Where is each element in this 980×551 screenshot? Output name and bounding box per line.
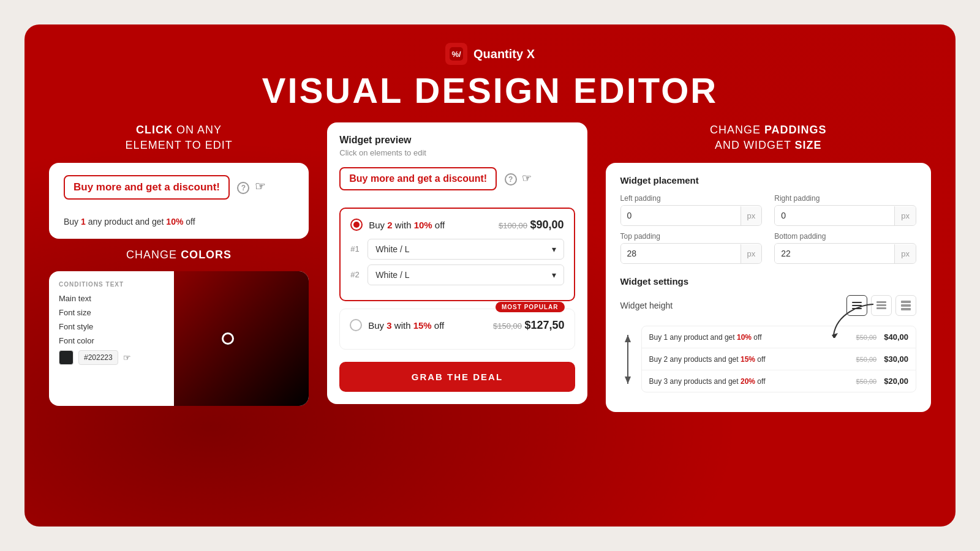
left-padding-input[interactable] bbox=[621, 206, 741, 225]
header: %/ Quantity X VISUAL DESIGN EDITOR bbox=[49, 43, 931, 110]
dropdown-row-2: #2 White / L ▾ bbox=[350, 264, 564, 285]
offer-1-radio[interactable] bbox=[350, 219, 363, 231]
main-title: VISUAL DESIGN EDITOR bbox=[262, 71, 718, 110]
offer-1-row: Buy 2 with 10% off $100,00 $90,00 bbox=[350, 219, 564, 231]
resize-arrow-indicator bbox=[620, 335, 635, 384]
bottom-padding-input-row: px bbox=[774, 243, 916, 264]
left-padding-field: Left padding px bbox=[620, 194, 763, 226]
chevron-down-icon-1: ▾ bbox=[552, 244, 556, 254]
main-text-label: Main text bbox=[59, 294, 164, 303]
price-row-3-old: $50,00 bbox=[856, 378, 877, 385]
conditions-text-label: CONDITIONS TEXT bbox=[59, 281, 164, 288]
dropdown-row-1: #1 White / L ▾ bbox=[350, 239, 564, 260]
widget-height-row: Widget height bbox=[620, 295, 916, 316]
offer-2-radio[interactable] bbox=[350, 319, 362, 331]
hex-input[interactable]: #202223 bbox=[78, 350, 118, 365]
price-row-3-discount: 20% bbox=[741, 377, 755, 386]
offer-box-2[interactable]: MOST POPULAR Buy 3 with 15% off $150,00 … bbox=[339, 309, 575, 350]
click-card: Buy more and get a discount! ? ☞ Buy 1 a… bbox=[49, 163, 309, 239]
color-picker-gradient[interactable] bbox=[174, 271, 309, 406]
left-padding-input-row: px bbox=[620, 205, 763, 226]
svg-rect-2 bbox=[852, 302, 862, 303]
colors-section-header: CHANGE COLORS bbox=[49, 249, 309, 261]
price-row-1-text: Buy 1 any product and get 10% off bbox=[649, 333, 851, 342]
col-right: CHANGE PADDINGSAND WIDGET SIZE Widget pl… bbox=[606, 122, 931, 412]
offer-2-discount: 15% bbox=[413, 320, 432, 331]
logo-text: Quantity X bbox=[473, 47, 535, 61]
top-padding-input[interactable] bbox=[621, 244, 741, 263]
color-swatch[interactable] bbox=[59, 350, 74, 365]
col-left: CLICK ON ANYELEMENT TO EDIT Buy more and… bbox=[49, 122, 309, 406]
svg-text:%/: %/ bbox=[451, 50, 461, 59]
price-row-1-discount: 10% bbox=[737, 333, 752, 342]
color-card: CONDITIONS TEXT Main text Font size Font… bbox=[49, 271, 309, 406]
right-padding-input-row: px bbox=[774, 205, 916, 226]
widget-banner[interactable]: Buy more and get a discount! bbox=[339, 167, 497, 190]
height-icon-list-2[interactable] bbox=[871, 295, 892, 316]
offer-1-old-price: $100,00 bbox=[499, 221, 527, 230]
svg-marker-12 bbox=[625, 335, 631, 342]
offer-1-prices: $100,00 $90,00 bbox=[499, 219, 564, 231]
dropdown-1-value: White / L bbox=[375, 244, 409, 254]
right-col-header: CHANGE PADDINGSAND WIDGET SIZE bbox=[606, 122, 931, 153]
help-icon[interactable]: ? bbox=[237, 182, 249, 194]
widget-preview-card: Widget preview Click on elements to edit… bbox=[327, 122, 587, 404]
cursor-icon: ☞ bbox=[123, 353, 131, 362]
price-row-2-discount: 15% bbox=[741, 355, 755, 364]
dropdown-2[interactable]: White / L ▾ bbox=[368, 264, 564, 285]
dropdown-2-label: #2 bbox=[350, 270, 363, 279]
price-row-1-old: $50,00 bbox=[856, 334, 877, 341]
svg-rect-3 bbox=[852, 305, 862, 306]
widget-help-icon[interactable]: ? bbox=[505, 173, 517, 186]
font-style-label: Font style bbox=[59, 322, 164, 331]
svg-rect-4 bbox=[852, 308, 862, 309]
padding-grid: Left padding px Right padding px bbox=[620, 194, 916, 264]
offer-2-qty: 3 bbox=[386, 320, 391, 331]
qty-highlight: 1 bbox=[81, 217, 86, 227]
font-color-label: Font color bbox=[59, 336, 164, 345]
widget-settings-title: Widget settings bbox=[620, 276, 916, 287]
widget-preview-title: Widget preview bbox=[339, 135, 575, 146]
bottom-padding-label: Bottom padding bbox=[774, 232, 916, 241]
height-icon-list-3[interactable] bbox=[895, 295, 916, 316]
svg-rect-8 bbox=[901, 301, 911, 303]
dropdown-1[interactable]: White / L ▾ bbox=[368, 239, 564, 260]
height-icon-list-1[interactable] bbox=[846, 295, 867, 316]
price-row-1-new: $40,00 bbox=[884, 332, 908, 342]
bottom-padding-unit: px bbox=[894, 244, 916, 263]
widget-preview-subtitle: Click on elements to edit bbox=[339, 148, 575, 157]
price-row-1: Buy 1 any product and get 10% off $50,00… bbox=[642, 326, 916, 348]
color-picker-handle[interactable] bbox=[222, 332, 234, 345]
bottom-padding-input[interactable] bbox=[775, 244, 894, 263]
price-row-2: Buy 2 any products and get 15% off $50,0… bbox=[642, 348, 916, 370]
offer-box-1[interactable]: Buy 2 with 10% off $100,00 $90,00 #1 Whi… bbox=[339, 208, 575, 301]
price-row-2-text: Buy 2 any products and get 15% off bbox=[649, 355, 851, 364]
discount-banner[interactable]: Buy more and get a discount! bbox=[64, 175, 230, 200]
dropdown-2-value: White / L bbox=[375, 270, 409, 280]
chevron-down-icon-2: ▾ bbox=[552, 270, 556, 280]
widget-height-label: Widget height bbox=[620, 301, 673, 310]
color-rows: Main text Font size Font style Font colo… bbox=[59, 294, 164, 365]
most-popular-badge: MOST POPULAR bbox=[496, 302, 565, 312]
left-padding-unit: px bbox=[741, 206, 762, 225]
svg-rect-9 bbox=[901, 304, 911, 307]
top-padding-input-row: px bbox=[620, 243, 763, 264]
height-icon-group bbox=[846, 295, 916, 316]
widget-cursor-icon: ☞ bbox=[522, 172, 532, 184]
right-padding-label: Right padding bbox=[774, 194, 916, 203]
top-padding-unit: px bbox=[741, 244, 762, 263]
grab-deal-button[interactable]: GRAB THE DEAL bbox=[339, 362, 575, 392]
color-card-left: CONDITIONS TEXT Main text Font size Font… bbox=[49, 271, 174, 375]
svg-rect-7 bbox=[876, 307, 886, 309]
offer-1-text: Buy 2 with 10% off bbox=[369, 220, 492, 230]
right-padding-input[interactable] bbox=[775, 206, 894, 225]
main-container: %/ Quantity X VISUAL DESIGN EDITOR CLICK… bbox=[24, 24, 956, 527]
offer-1-qty: 2 bbox=[387, 220, 392, 230]
right-padding-unit: px bbox=[894, 206, 916, 225]
price-list: Buy 1 any product and get 10% off $50,00… bbox=[641, 326, 916, 392]
offer-2-prices: $150,00 $127,50 bbox=[493, 319, 565, 332]
col-center: Widget preview Click on elements to edit… bbox=[327, 122, 587, 404]
offer-2-old-price: $150,00 bbox=[493, 321, 522, 331]
widget-placement-title: Widget placement bbox=[620, 175, 916, 186]
click-card-subtitle: Buy 1 any product and get 10% off bbox=[64, 217, 294, 227]
